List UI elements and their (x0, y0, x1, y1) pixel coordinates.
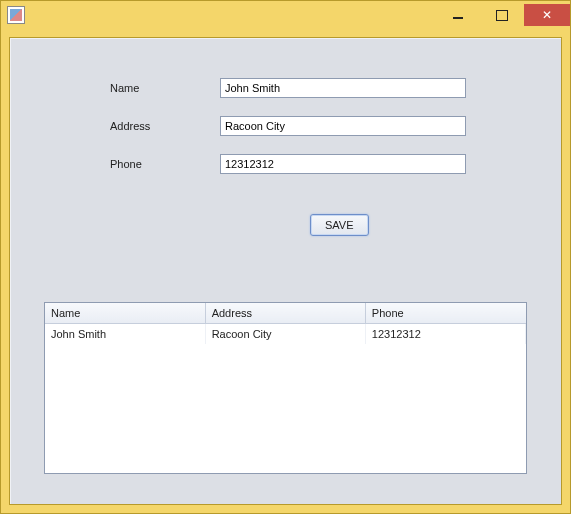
label-name: Name (110, 82, 220, 94)
table-header-row: Name Address Phone (45, 303, 526, 324)
col-address[interactable]: Address (205, 303, 365, 324)
address-input[interactable] (220, 116, 466, 136)
label-address: Address (110, 120, 220, 132)
maximize-button[interactable] (480, 4, 524, 26)
cell-address: Racoon City (205, 324, 365, 345)
minimize-icon (453, 17, 463, 19)
phone-input[interactable] (220, 154, 466, 174)
close-button[interactable]: ✕ (524, 4, 570, 26)
row-address: Address (110, 116, 551, 136)
minimize-button[interactable] (436, 4, 480, 26)
col-name[interactable]: Name (45, 303, 205, 324)
col-phone[interactable]: Phone (365, 303, 525, 324)
label-phone: Phone (110, 158, 220, 170)
content-panel: Name Address Phone SAVE Name Addre (9, 37, 562, 505)
row-phone: Phone (110, 154, 551, 174)
row-name: Name (110, 78, 551, 98)
app-icon (7, 6, 25, 24)
name-input[interactable] (220, 78, 466, 98)
save-button[interactable]: SAVE (310, 214, 369, 236)
close-icon: ✕ (542, 8, 552, 22)
data-table-container[interactable]: Name Address Phone John Smith Racoon Cit… (44, 302, 527, 474)
form: Name Address Phone SAVE (20, 48, 551, 256)
app-window: ✕ Name Address Phone SAVE (0, 0, 571, 514)
table-row[interactable]: John Smith Racoon City 12312312 (45, 324, 526, 345)
cell-phone: 12312312 (365, 324, 525, 345)
titlebar[interactable]: ✕ (1, 1, 570, 29)
maximize-icon (496, 10, 508, 21)
cell-name: John Smith (45, 324, 205, 345)
window-controls: ✕ (436, 4, 570, 26)
data-table: Name Address Phone John Smith Racoon Cit… (45, 303, 526, 344)
